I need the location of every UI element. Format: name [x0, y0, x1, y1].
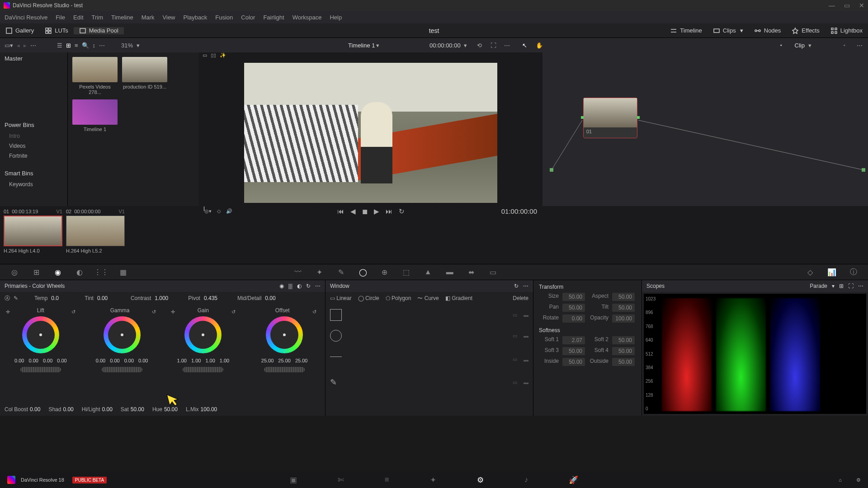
menu-playback[interactable]: Playback [184, 14, 208, 21]
linear-tool[interactable]: ▭ Linear [330, 295, 352, 301]
menu-trim[interactable]: Trim [92, 14, 104, 21]
loop-button[interactable]: ↻ [399, 207, 405, 216]
timecode[interactable]: 00:00:00:00 [429, 42, 461, 49]
details-icon[interactable]: ≡ [75, 42, 78, 49]
gamma-reset-icon[interactable]: ↺ [152, 309, 156, 315]
nav-prev-icon[interactable]: ◂ [17, 42, 20, 49]
viewer-image[interactable] [199, 58, 542, 207]
offset-reset-icon[interactable]: ↺ [312, 309, 316, 315]
image-wipe-icon[interactable]: ◎▾ [204, 208, 212, 214]
camera-raw-icon[interactable]: ◎ [9, 267, 20, 277]
motion-effects-icon[interactable]: ▦ [118, 267, 128, 277]
info-icon[interactable]: ⓘ [848, 267, 859, 277]
middetail-value[interactable]: 0.00 [265, 295, 282, 301]
node-more-icon[interactable]: ⋯ [857, 42, 863, 49]
parade-scope[interactable]: 1023 896 768 640 512 384 256 128 0 [644, 294, 866, 414]
power-bins-header[interactable]: Power Bins [0, 119, 67, 131]
pen-shape-icon[interactable]: ✎ [330, 377, 337, 387]
colboost-value[interactable]: 0.00 [30, 406, 40, 413]
timeline-clip[interactable]: 0100:00:13:19V1 H.264 High L4.0 [4, 209, 62, 261]
highlight-icon[interactable]: ◇ [217, 208, 221, 214]
clip-thumb[interactable]: production ID 519... [122, 57, 167, 95]
mediapool-button[interactable]: Media Pool [74, 27, 124, 34]
pivot-value[interactable]: 0.435 [204, 295, 221, 301]
gain-wheel[interactable] [184, 316, 222, 353]
size-input[interactable]: 50.00 [562, 293, 585, 301]
offset-jog[interactable] [264, 367, 305, 372]
view-dropdown-icon[interactable]: ▭▾ [5, 42, 13, 49]
more2-icon[interactable]: ⋯ [504, 42, 510, 49]
hilight-value[interactable]: 0.00 [102, 406, 112, 413]
nodes-button[interactable]: Nodes [749, 27, 787, 34]
wheel-mode-icon[interactable]: ◉ [279, 283, 284, 289]
mute-icon[interactable]: 🔊 [226, 208, 232, 214]
menu-timeline[interactable]: Timeline [111, 14, 133, 21]
lift-wheel[interactable] [22, 316, 59, 353]
edit-page-icon[interactable]: ≡ [385, 475, 389, 485]
curves-icon[interactable]: 〰 [292, 267, 303, 277]
gamma-jog[interactable] [102, 367, 142, 372]
menu-fusion[interactable]: Fusion [215, 14, 233, 21]
menu-file[interactable]: File [56, 14, 65, 21]
node-graph[interactable]: 01 [542, 52, 868, 206]
lmix-value[interactable]: 100.00 [201, 406, 217, 413]
soft1-input[interactable]: 2.07 [562, 336, 585, 344]
effects-button[interactable]: Effects [786, 27, 825, 34]
zoom-level[interactable]: 31% [121, 42, 133, 49]
gamma-wheel[interactable] [104, 316, 141, 353]
window-icon[interactable]: ◯ [358, 267, 368, 277]
prev-frame-button[interactable]: ◀ [350, 207, 356, 216]
color-wheels-icon[interactable]: ◉ [52, 267, 63, 277]
media-page-icon[interactable]: ▣ [290, 475, 297, 485]
stop-button[interactable]: ◼ [362, 207, 368, 216]
gain-picker-icon[interactable]: ✛ [171, 309, 175, 315]
cut-page-icon[interactable]: ✄ [338, 475, 344, 485]
clip-thumb[interactable]: Pexels Videos 278... [72, 57, 118, 95]
clip-dropdown[interactable]: Clip [795, 42, 805, 49]
sort-icon[interactable]: ↕ [93, 42, 96, 49]
node-input-icon[interactable] [581, 116, 584, 119]
last-frame-button[interactable]: ⏭ [386, 207, 392, 216]
zoom-chevron-icon[interactable]: ▾ [137, 42, 140, 49]
auto-balance-icon[interactable]: Ⓐ [5, 295, 10, 302]
timeline-clip[interactable]: 0200:00:00:00V1 H.264 High L5.2 [66, 209, 125, 261]
nav-next-icon[interactable]: ▸ [24, 42, 27, 49]
node-output-icon[interactable] [637, 116, 640, 119]
pointer-icon[interactable]: ↖ [522, 42, 527, 49]
expand-icon[interactable]: ⛶ [491, 42, 496, 49]
luts-button[interactable]: LUTs [39, 27, 74, 34]
color-checker-icon[interactable]: ⊞ [31, 267, 42, 277]
gradient-tool[interactable]: ◧ Gradient [445, 295, 472, 301]
bypass-icon[interactable]: ⟲ [477, 42, 482, 49]
sat-value[interactable]: 50.00 [131, 406, 144, 413]
bars-mode-icon[interactable]: ||| [288, 283, 292, 289]
scope-menu-icon[interactable]: ⋯ [858, 283, 863, 289]
lift-jog[interactable] [20, 367, 61, 372]
inside-input[interactable]: 50.00 [562, 358, 585, 366]
3d-icon[interactable]: ▭ [488, 267, 499, 277]
master-bin[interactable]: Master [0, 52, 67, 65]
warper-icon[interactable]: ✦ [314, 267, 325, 277]
corrector-node[interactable]: 01 [583, 98, 637, 138]
bin-intro[interactable]: Intro [0, 131, 67, 141]
close-button[interactable]: ✕ [859, 2, 864, 9]
tilt-input[interactable]: 50.00 [612, 304, 635, 312]
mask-on-icon[interactable]: ▭ [513, 312, 517, 318]
timeline-button[interactable]: Timeline [665, 27, 708, 34]
first-frame-button[interactable]: ⏮ [337, 207, 344, 216]
log-mode-icon[interactable]: ◐ [297, 283, 302, 289]
window-reset-icon[interactable]: ↻ [514, 283, 519, 289]
soft3-input[interactable]: 50.00 [562, 347, 585, 355]
fusion-page-icon[interactable]: ✦ [430, 475, 436, 485]
scopes-icon[interactable]: 📊 [826, 267, 837, 277]
keyframe-icon[interactable]: ◇ [805, 267, 816, 277]
polygon-tool[interactable]: ⬠ Polygon [386, 295, 411, 301]
key-icon[interactable]: ▬ [444, 267, 455, 277]
minimize-button[interactable]: — [829, 2, 835, 9]
gain-reset-icon[interactable]: ↺ [231, 309, 236, 315]
deliver-page-icon[interactable]: 🚀 [569, 475, 578, 485]
maximize-button[interactable]: ▭ [844, 2, 850, 9]
tracker-icon[interactable]: ⊕ [379, 267, 390, 277]
menu-mark[interactable]: Mark [142, 14, 155, 21]
search-icon[interactable]: 🔍 [82, 42, 89, 49]
